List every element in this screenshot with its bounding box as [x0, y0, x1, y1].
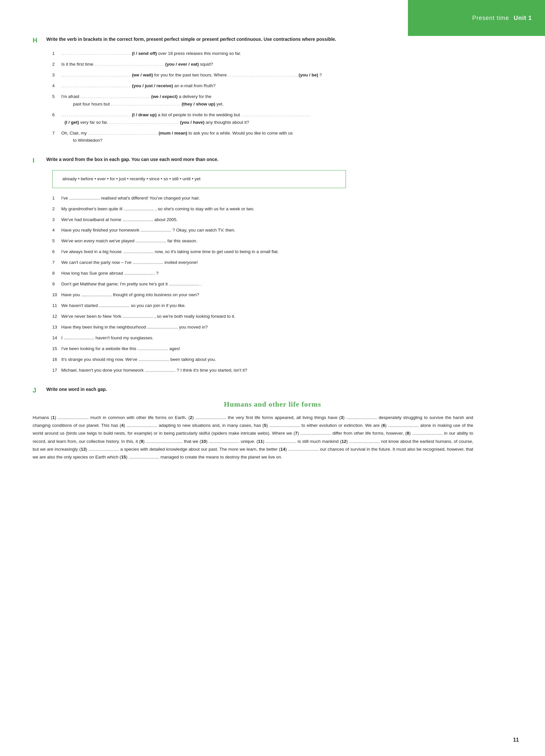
section-h-header: H Write the verb in brackets in the corr…: [33, 36, 512, 44]
section-i: I Write a word from the box in each gap.…: [33, 156, 512, 374]
header-title: Present time Unit 1: [472, 15, 532, 22]
section-h-item-7: 7 Oh, Clair, my ........................…: [52, 130, 512, 145]
section-h: H Write the verb in brackets in the corr…: [33, 36, 512, 144]
section-h-item-6: 6 ..................................... …: [52, 111, 512, 126]
header-unit-number: 1: [528, 15, 532, 21]
section-h-item-1: 1 ..................................... …: [52, 50, 512, 57]
section-h-item-3: 3 ..................................... …: [52, 72, 512, 79]
page-number: 11: [513, 737, 519, 743]
section-i-item-16: 16 It's strange you should ring now. We'…: [52, 356, 512, 363]
section-i-item-17: 17 Michael, haven't you done your homewo…: [52, 367, 512, 374]
section-i-item-14: 14 I ......................... haven't f…: [52, 334, 512, 342]
word-box: already • before • ever • for • just • r…: [52, 170, 346, 188]
page-container: Present time Unit 1 H Write the verb in …: [0, 0, 545, 756]
section-h-item-5: 5 I'm afraid ...........................…: [52, 93, 512, 108]
section-h-item-2: 2 Is it the first time .................…: [52, 61, 512, 68]
section-i-item-1: 1 I've ......................... realise…: [52, 195, 512, 202]
section-j-letter: J: [33, 387, 40, 394]
article-body: Humans (1) ......................... muc…: [33, 414, 473, 461]
section-j-instruction: Write one word in each gap.: [46, 386, 107, 393]
section-i-item-6: 6 I've always lived in a big house .....…: [52, 248, 512, 256]
section-i-item-5: 5 We've won every match we've played ...…: [52, 237, 512, 245]
section-i-letter: I: [33, 157, 40, 164]
section-i-item-2: 2 My grandmother's been quite ill ......…: [52, 205, 512, 213]
section-j-header: J Write one word in each gap.: [33, 386, 512, 394]
section-i-item-15: 15 I've been looking for a website like …: [52, 345, 512, 353]
section-i-item-3: 3 We've had broadband at home ..........…: [52, 216, 512, 224]
top-bar: Present time Unit 1: [408, 0, 545, 36]
article-title: Humans and other life forms: [33, 400, 512, 409]
section-i-instruction: Write a word from the box in each gap. Y…: [46, 156, 218, 163]
section-i-item-12: 12 We've never been to New York ........…: [52, 313, 512, 320]
section-i-item-9: 9 Don't get Matthew that game; I'm prett…: [52, 281, 512, 288]
section-i-list: 1 I've ......................... realise…: [33, 195, 512, 374]
section-j-article: Humans and other life forms Humans (1) .…: [33, 400, 512, 461]
section-j: J Write one word in each gap. Humans and…: [33, 386, 512, 461]
section-i-item-7: 7 We can't cancel the party now – I've .…: [52, 259, 512, 266]
section-i-item-13: 13 Have they been living in the neighbou…: [52, 324, 512, 331]
word-box-content: already • before • ever • for • just • r…: [62, 176, 200, 181]
section-h-item-4: 4 ..................................... …: [52, 82, 512, 90]
section-h-instruction: Write the verb in brackets in the correc…: [46, 36, 336, 43]
section-i-item-8: 8 How long has Sue gone abroad .........…: [52, 270, 512, 277]
header-unit-label: Unit: [514, 15, 526, 21]
section-i-item-11: 11 We haven't started ..................…: [52, 302, 512, 310]
section-i-item-4: 4 Have you really finished your homework…: [52, 227, 512, 234]
section-h-list: 1 ..................................... …: [33, 50, 512, 144]
main-content: H Write the verb in brackets in the corr…: [0, 0, 545, 492]
section-i-header: I Write a word from the box in each gap.…: [33, 156, 512, 164]
section-i-item-10: 10 Have you ......................... th…: [52, 291, 512, 299]
section-h-letter: H: [33, 37, 40, 44]
header-present-time: Present time: [472, 15, 509, 21]
